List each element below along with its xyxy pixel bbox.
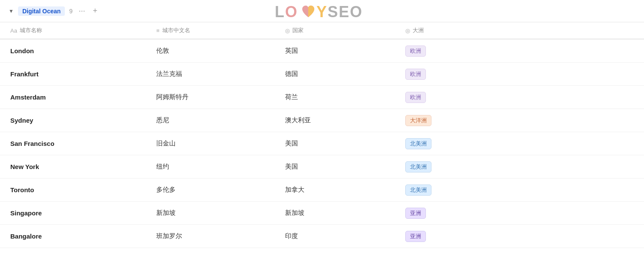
continent-tag[interactable]: 欧洲 — [405, 69, 426, 80]
table-row[interactable]: Toronto 多伦多 加拿大 北美洲 — [0, 178, 644, 202]
continent-tag[interactable]: 欧洲 — [405, 45, 426, 57]
svg-text:L: L — [275, 3, 285, 21]
col-header-continent[interactable]: ◎ 大洲 — [405, 27, 634, 34]
cell-city-chinese: 班加罗尔 — [156, 232, 285, 240]
cell-city-chinese: 多伦多 — [156, 186, 285, 194]
cell-city-name: Amsterdam — [10, 94, 156, 101]
cell-continent: 欧洲 — [405, 92, 634, 103]
cell-country: 印度 — [285, 232, 405, 240]
table-row[interactable]: Singapore 新加坡 新加坡 亚洲 — [0, 202, 644, 225]
cell-continent: 北美洲 — [405, 161, 634, 172]
filter-icon-continent: ◎ — [405, 27, 410, 34]
continent-tag[interactable]: 大洋洲 — [405, 115, 431, 126]
add-button[interactable]: + — [91, 6, 99, 16]
cell-city-name: Sydney — [10, 117, 156, 124]
filter-icon-country: ◎ — [285, 27, 290, 34]
logo: L O Y SEO — [275, 2, 369, 21]
cell-city-chinese: 法兰克福 — [156, 70, 285, 78]
col-label-name: 城市名称 — [20, 27, 42, 34]
cell-city-chinese: 悉尼 — [156, 116, 285, 124]
continent-tag[interactable]: 亚洲 — [405, 231, 426, 242]
svg-text:SEO: SEO — [328, 3, 363, 21]
col-label-country: 国家 — [292, 27, 304, 34]
top-bar: ▼ Digital Ocean 9 ··· + L O Y SEO — [0, 0, 644, 22]
svg-text:Y: Y — [316, 3, 328, 21]
cell-city-name: New York — [10, 163, 156, 170]
table-row[interactable]: Amsterdam 阿姆斯特丹 荷兰 欧洲 — [0, 86, 644, 109]
cell-city-name: Bangalore — [10, 233, 156, 240]
cell-country: 美国 — [285, 163, 405, 171]
continent-tag[interactable]: 北美洲 — [405, 138, 431, 149]
row-count: 9 — [69, 8, 73, 15]
cell-country: 英国 — [285, 47, 405, 55]
text-icon: Aa — [10, 27, 17, 34]
cell-city-chinese: 新加坡 — [156, 209, 285, 217]
col-label-chinese: 城市中文名 — [162, 27, 190, 34]
col-header-name[interactable]: Aa 城市名称 — [10, 27, 156, 34]
cell-country: 新加坡 — [285, 209, 405, 217]
table-body: London 伦敦 英国 欧洲 Frankfurt 法兰克福 德国 欧洲 Ams… — [0, 39, 644, 248]
table-row[interactable]: Frankfurt 法兰克福 德国 欧洲 — [0, 63, 644, 86]
cell-city-name: Toronto — [10, 186, 156, 193]
cell-continent: 北美洲 — [405, 138, 634, 149]
continent-tag[interactable]: 北美洲 — [405, 184, 431, 196]
cell-country: 加拿大 — [285, 186, 405, 194]
cell-city-name: Singapore — [10, 209, 156, 217]
table-row[interactable]: Bangalore 班加罗尔 印度 亚洲 — [0, 225, 644, 248]
col-header-chinese[interactable]: ≡ 城市中文名 — [156, 27, 285, 34]
col-header-country[interactable]: ◎ 国家 — [285, 27, 405, 34]
cell-city-chinese: 旧金山 — [156, 139, 285, 148]
table-row[interactable]: New York 纽约 美国 北美洲 — [0, 155, 644, 178]
svg-text:O: O — [285, 3, 298, 21]
table-row[interactable]: Sydney 悉尼 澳大利亚 大洋洲 — [0, 109, 644, 132]
continent-tag[interactable]: 亚洲 — [405, 208, 426, 219]
cell-city-name: Frankfurt — [10, 70, 156, 78]
cell-continent: 欧洲 — [405, 45, 634, 57]
database-label[interactable]: Digital Ocean — [18, 6, 65, 16]
expand-icon[interactable]: ▼ — [9, 8, 14, 14]
cell-country: 德国 — [285, 70, 405, 78]
col-label-continent: 大洲 — [413, 27, 424, 34]
cell-continent: 北美洲 — [405, 184, 634, 196]
cell-city-chinese: 纽约 — [156, 163, 285, 171]
cell-city-chinese: 伦敦 — [156, 47, 285, 55]
table-row[interactable]: San Francisco 旧金山 美国 北美洲 — [0, 132, 644, 155]
continent-tag[interactable]: 北美洲 — [405, 161, 431, 172]
cell-country: 澳大利亚 — [285, 116, 405, 124]
cell-city-name: London — [10, 47, 156, 54]
cell-continent: 大洋洲 — [405, 115, 634, 126]
logo-svg: L O Y SEO — [275, 2, 369, 21]
table-header: Aa 城市名称 ≡ 城市中文名 ◎ 国家 ◎ 大洲 — [0, 22, 644, 39]
cell-continent: 亚洲 — [405, 231, 634, 242]
cell-country: 荷兰 — [285, 93, 405, 101]
cell-continent: 欧洲 — [405, 69, 634, 80]
cell-city-chinese: 阿姆斯特丹 — [156, 93, 285, 101]
more-options-button[interactable]: ··· — [77, 6, 87, 16]
cell-continent: 亚洲 — [405, 208, 634, 219]
continent-tag[interactable]: 欧洲 — [405, 92, 426, 103]
cell-city-name: San Francisco — [10, 140, 156, 147]
cell-country: 美国 — [285, 139, 405, 148]
top-bar-left: ▼ Digital Ocean 9 ··· + — [9, 6, 99, 16]
list-icon: ≡ — [156, 27, 160, 34]
table-row[interactable]: London 伦敦 英国 欧洲 — [0, 39, 644, 63]
